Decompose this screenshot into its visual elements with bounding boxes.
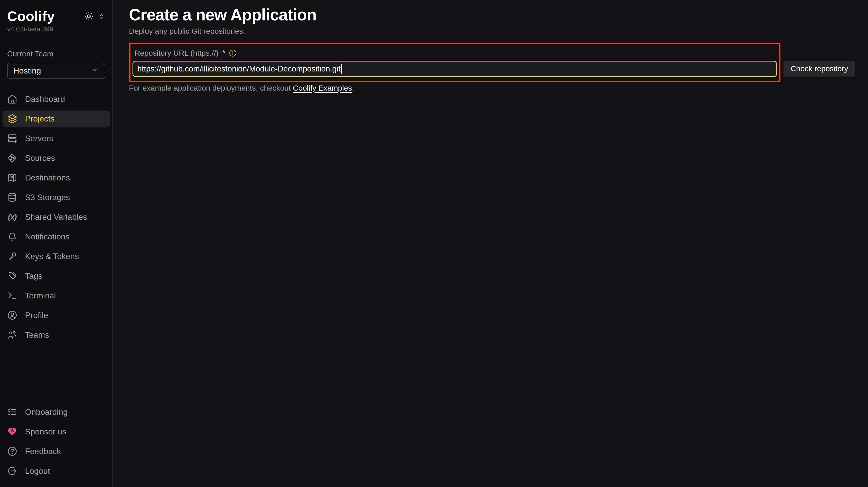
check-repository-button[interactable]: Check repository	[783, 61, 855, 76]
heart-icon	[7, 426, 18, 437]
logout-icon	[7, 466, 18, 476]
sidebar-item-keys-tokens[interactable]: Keys & Tokens	[3, 248, 110, 264]
sidebar-nav: DashboardProjectsServersSourcesDestinati…	[0, 91, 112, 482]
sidebar-item-label: Keys & Tokens	[25, 252, 79, 261]
sidebar-item-label: Shared Variables	[25, 213, 87, 222]
main-content: Create a new Application Deploy any publ…	[113, 0, 868, 487]
sidebar-item-tags[interactable]: Tags	[3, 268, 110, 284]
sidebar-item-servers[interactable]: Servers	[3, 130, 110, 147]
coolify-examples-link[interactable]: Coolify Examples	[293, 84, 352, 92]
current-team-label: Current Team	[0, 50, 112, 58]
repository-form: Repository URL (https://) * https://gith…	[129, 43, 855, 82]
home-icon	[7, 94, 18, 104]
user-circle-icon	[7, 310, 18, 320]
database-icon	[7, 192, 18, 202]
sidebar-item-label: Tags	[25, 271, 42, 281]
sidebar-item-label: Destinations	[25, 173, 70, 183]
info-icon[interactable]	[229, 49, 237, 57]
required-marker: *	[222, 48, 225, 58]
sidebar-item-label: Sponsor us	[25, 427, 66, 436]
sidebar-item-label: Onboarding	[25, 408, 68, 417]
map-icon	[7, 172, 18, 183]
sidebar-item-s3-storages[interactable]: S3 Storages	[3, 189, 110, 205]
text-caret	[341, 64, 342, 74]
sidebar-item-label: Dashboard	[25, 94, 65, 104]
variables-icon: (x)	[7, 212, 18, 222]
repository-url-value: https://github.com/illicitestonion/Modul…	[137, 64, 341, 73]
sun-icon[interactable]	[84, 11, 94, 22]
sidebar-item-logout[interactable]: Logout	[3, 463, 110, 479]
sidebar-header: Coolify	[0, 9, 112, 24]
sidebar-item-notifications[interactable]: Notifications	[3, 228, 110, 245]
sidebar-item-teams[interactable]: Teams	[3, 327, 110, 343]
sidebar-item-label: Notifications	[25, 232, 69, 241]
unfold-icon[interactable]	[98, 13, 105, 20]
sidebar-item-onboarding[interactable]: Onboarding	[3, 404, 110, 420]
git-icon	[7, 153, 18, 163]
help-icon	[7, 446, 18, 456]
sidebar-item-label: Profile	[25, 311, 48, 320]
app-version: v4.0.0-beta.399	[0, 25, 112, 33]
app-logo: Coolify	[7, 9, 55, 24]
sidebar-item-sponsor-us[interactable]: Sponsor us	[3, 423, 110, 440]
helper-text: For example application deployments, che…	[129, 84, 855, 92]
layers-icon	[7, 113, 18, 124]
sidebar-item-dashboard[interactable]: Dashboard	[3, 91, 110, 107]
sidebar-item-feedback[interactable]: Feedback	[3, 443, 110, 459]
repository-url-label: Repository URL (https://)	[134, 49, 219, 58]
sidebar-item-sources[interactable]: Sources	[3, 150, 110, 166]
sidebar-item-label: Servers	[25, 134, 53, 143]
page-subtitle: Deploy any public Git repositories.	[129, 27, 855, 35]
sidebar-item-label: Logout	[25, 466, 50, 476]
highlight-box: Repository URL (https://) * https://gith…	[129, 43, 780, 82]
team-select-value: Hosting	[13, 66, 41, 75]
bell-icon	[7, 231, 18, 242]
sidebar-item-projects[interactable]: Projects	[3, 110, 110, 127]
server-icon	[7, 133, 18, 143]
sidebar-item-label: Sources	[25, 153, 55, 163]
terminal-icon	[7, 290, 18, 301]
sidebar-item-shared-variables[interactable]: (x)Shared Variables	[3, 209, 110, 225]
sidebar-item-label: Feedback	[25, 447, 61, 456]
page-title: Create a new Application	[129, 6, 855, 24]
sidebar-item-profile[interactable]: Profile	[3, 307, 110, 323]
sidebar-item-label: Projects	[25, 114, 55, 124]
users-icon	[7, 330, 18, 340]
sidebar-item-destinations[interactable]: Destinations	[3, 169, 110, 186]
sidebar-item-label: S3 Storages	[25, 193, 70, 202]
team-select[interactable]: Hosting	[7, 63, 105, 78]
chevron-down-icon	[90, 65, 99, 76]
tag-icon	[7, 271, 18, 281]
sidebar-item-label: Terminal	[25, 291, 56, 300]
sidebar-item-terminal[interactable]: Terminal	[3, 287, 110, 304]
key-icon	[7, 251, 18, 261]
sidebar-item-label: Teams	[25, 330, 49, 340]
repository-url-input[interactable]: https://github.com/illicitestonion/Modul…	[132, 61, 777, 77]
checklist-icon	[7, 407, 18, 417]
sidebar: Coolify v4.0.0-beta.399 Current Team Hos…	[0, 0, 113, 487]
